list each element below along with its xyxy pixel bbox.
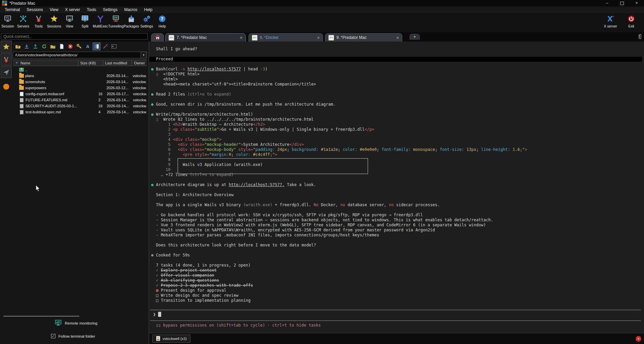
terminal-line: Proceed xyxy=(149,57,642,62)
toolbar-packages[interactable]: Packages xyxy=(124,13,139,28)
toolbar-tools-knife[interactable]: Tools xyxy=(31,13,46,28)
terminal-line: - Session Manager is the central abstrac… xyxy=(151,218,644,223)
toolbar-servers[interactable]: Servers xyxy=(15,13,31,28)
tab-label: 8. *Docker xyxy=(260,35,279,40)
file-row[interactable]: test-buildout-spec.md42026-03-14...vstoc… xyxy=(13,109,147,115)
file-name: screenshots xyxy=(25,80,78,84)
column-header-name[interactable]: ▼Name xyxy=(13,60,78,66)
terminal-prompt[interactable]: ❯ xyxy=(153,312,161,317)
file-row[interactable]: SECURITY-AUDIT-2026-03-1...192026-03-14.… xyxy=(13,103,147,109)
swiss-knife-icon[interactable] xyxy=(1,53,12,65)
wand-icon[interactable] xyxy=(101,43,109,50)
column-header-modified[interactable]: Last modified xyxy=(103,60,132,66)
tools-knife-icon xyxy=(35,15,43,23)
upload-icon[interactable] xyxy=(32,43,39,50)
terminal-line: The app is a single Wails v3 binary (wra… xyxy=(151,203,644,208)
folder-up-icon[interactable] xyxy=(14,43,22,50)
menu-item-settings[interactable]: Settings xyxy=(100,7,121,12)
file-row[interactable]: plans2026-03-14...vstockw... xyxy=(13,73,147,79)
menu-item-tools[interactable]: Tools xyxy=(84,7,100,12)
person-icon xyxy=(156,336,160,342)
file-size: 16 xyxy=(79,92,103,96)
menu-item-macros[interactable]: Macros xyxy=(121,7,141,12)
key-icon[interactable] xyxy=(75,43,83,50)
menu-item-sessions[interactable]: Sessions xyxy=(23,7,46,12)
close-session-button[interactable]: × xyxy=(636,336,641,342)
toolbar-label: Tools xyxy=(35,24,43,28)
folder-up-icon xyxy=(19,68,24,72)
file-owner: vstockw... xyxy=(132,110,147,114)
toolbar-view[interactable]: View xyxy=(62,13,77,28)
tab-7[interactable]: 7. *Predator Mac× xyxy=(165,33,246,42)
toolbar-xserver[interactable]: XX server xyxy=(602,13,619,28)
toolbar-session[interactable]: Session xyxy=(0,13,15,28)
path-bar[interactable]: /Users/vstockwell/repos/wraith/docs/ ▾ xyxy=(13,52,147,58)
status-line: ▯▯ bypass permissions on (shift+tab to c… xyxy=(156,323,321,328)
favorites-star-icon[interactable] xyxy=(1,41,12,53)
delete-icon[interactable] xyxy=(66,43,74,50)
column-header-owner[interactable]: Owner xyxy=(132,60,147,66)
panel-view-icon[interactable] xyxy=(93,43,100,50)
toolbar-settings[interactable]: Settings xyxy=(139,13,154,28)
follow-checkbox[interactable]: ✓ xyxy=(51,334,55,338)
refresh-icon[interactable] xyxy=(40,43,48,50)
maximize-button[interactable] xyxy=(614,0,629,6)
menu-item-terminal[interactable]: Terminal xyxy=(1,7,23,12)
terminal-line xyxy=(151,238,644,243)
toolbar-split[interactable]: Split xyxy=(77,13,93,28)
new-folder-icon[interactable] xyxy=(49,43,57,50)
toolbar-tunneling[interactable]: Tunneling xyxy=(108,13,124,28)
download-icon[interactable] xyxy=(23,43,31,50)
terminal-line: ▯ <!DOCTYPE html> xyxy=(151,72,644,77)
file-row[interactable]: .. xyxy=(13,67,147,73)
toolbar-help[interactable]: ?Help xyxy=(154,13,170,28)
paperclip-icon[interactable] xyxy=(637,33,643,41)
close-icon[interactable]: × xyxy=(394,35,399,40)
session-tab[interactable]: vstockwell (x3) xyxy=(152,335,190,343)
quick-connect-input[interactable] xyxy=(1,33,148,40)
close-icon[interactable]: × xyxy=(315,35,320,40)
new-tab-button[interactable]: + xyxy=(410,34,420,40)
terminal-line: ● Good, screen dir is /tmp/brainstorm. L… xyxy=(151,102,644,107)
column-header-size[interactable]: Size (KB) xyxy=(78,60,103,66)
menu-item-help[interactable]: Help xyxy=(141,7,156,12)
terminal-line xyxy=(151,197,644,203)
terminal-line: 7 <pre style="margin:0; color: #c4c4ff;"… xyxy=(151,152,644,157)
globe-icon[interactable] xyxy=(1,81,12,92)
tab-8[interactable]: 8. *Docker× xyxy=(248,33,323,42)
main-toolbar: SessionServersToolsSessionsViewSplitMult… xyxy=(0,13,644,32)
toolbar-sessions-star[interactable]: Sessions xyxy=(46,13,62,28)
menu-item-x-server[interactable]: X server xyxy=(62,7,84,12)
terminal-line: ✓ Offer visual companion xyxy=(151,273,644,278)
terminal-line xyxy=(151,177,644,182)
file-row[interactable]: superpowers2026-03-12...vstockw... xyxy=(13,85,147,91)
toolbar-exit[interactable]: Exit xyxy=(623,13,640,28)
file-row[interactable]: FUTURE-FEATURES.md22026-03-14...vstockw.… xyxy=(13,97,147,103)
terminal-line: - Vault uses SQLite in %APPDATA%\Wraith\… xyxy=(151,228,644,233)
close-icon[interactable]: × xyxy=(238,35,242,40)
chevron-down-icon[interactable]: ▾ xyxy=(140,52,146,58)
terminal-line xyxy=(151,258,644,263)
close-button[interactable]: × xyxy=(629,0,644,6)
minimize-button[interactable]: – xyxy=(600,0,614,6)
terminal-icon[interactable] xyxy=(110,43,118,50)
file-row[interactable]: config-export.mobaconf162026-03-17...vst… xyxy=(13,91,147,97)
follow-terminal-folder[interactable]: ✓ Follow terminal folder xyxy=(51,334,95,338)
remote-monitoring[interactable]: Remote monitoring xyxy=(55,319,97,327)
toolbar-label: Split xyxy=(82,24,88,28)
toolbar-multiexec[interactable]: MultiExec xyxy=(93,13,108,28)
font-icon[interactable]: A xyxy=(84,43,92,50)
terminal-line: <head><meta charset="utf-8"><title>Brain… xyxy=(151,82,644,87)
tab-9[interactable]: 9. *Predator Mac× xyxy=(325,33,402,42)
tab-home[interactable] xyxy=(151,33,164,42)
svg-text:?: ? xyxy=(161,16,164,21)
paper-plane-icon[interactable] xyxy=(1,66,12,78)
menu-item-view[interactable]: View xyxy=(46,7,62,12)
file-row[interactable]: screenshots2026-03-14...vstockw... xyxy=(13,79,147,85)
follow-label: Follow terminal folder xyxy=(58,334,95,338)
terminal-line: ● Architecture diagram is up at http://l… xyxy=(151,182,644,187)
terminal-output: Shall I go ahead? Proceed● Bash(curl -s … xyxy=(151,47,644,303)
terminal-line: Section 1: Architecture Overview xyxy=(151,192,644,197)
terminal-panel[interactable]: Shall I go ahead? Proceed● Bash(curl -s … xyxy=(149,42,644,344)
new-file-icon[interactable] xyxy=(58,43,65,50)
